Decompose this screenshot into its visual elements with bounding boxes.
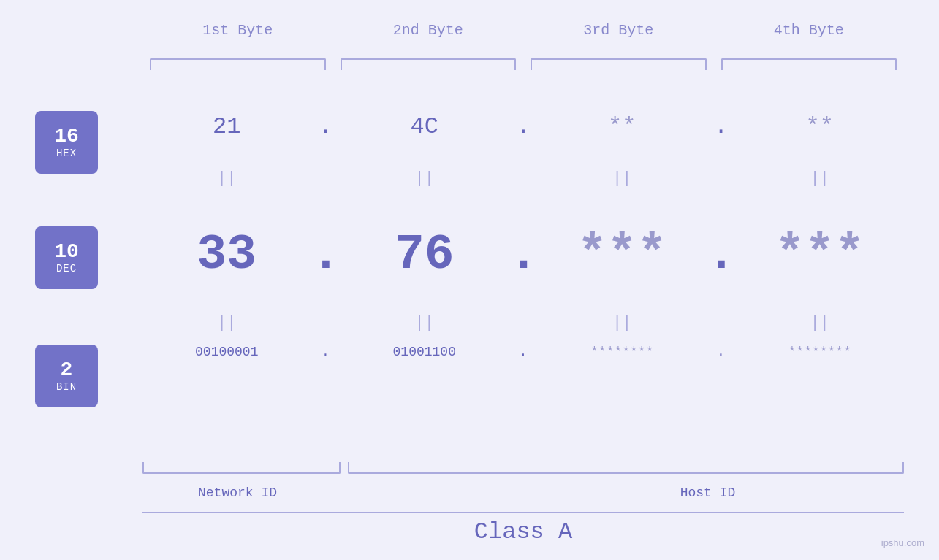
hex-dot-3: . bbox=[707, 113, 736, 140]
dec-values-row: 33 . 76 . *** . *** bbox=[142, 226, 904, 283]
hex-byte-3: ** bbox=[538, 113, 707, 140]
eq-2-byte-1: || bbox=[142, 314, 311, 332]
bin-dot-1: . bbox=[311, 345, 341, 359]
equals-row-2: || || || || bbox=[142, 314, 904, 332]
hex-dot-2: . bbox=[509, 113, 538, 140]
bin-byte-1: 00100001 bbox=[142, 345, 311, 359]
byte-header-4: 4th Byte bbox=[714, 22, 905, 39]
byte-header-1: 1st Byte bbox=[142, 22, 333, 39]
eq-2-byte-4: || bbox=[736, 314, 905, 332]
host-id-label: Host ID bbox=[512, 486, 904, 500]
bottom-bracket-host bbox=[348, 462, 905, 474]
base-hex-badge: 16 HEX bbox=[35, 111, 98, 174]
bin-dot-2: . bbox=[509, 345, 538, 359]
dec-dot-3: . bbox=[707, 226, 736, 283]
dec-byte-1: 33 bbox=[142, 226, 311, 283]
base-dec-badge: 10 DEC bbox=[35, 226, 98, 289]
base-hex-number: 16 bbox=[54, 126, 79, 148]
hex-byte-2: 4C bbox=[341, 113, 509, 140]
bottom-bracket-network bbox=[142, 462, 341, 474]
eq-1-byte-1: || bbox=[142, 169, 311, 188]
main-container: 16 HEX 10 DEC 2 BIN 1st Byte 2nd Byte 3r… bbox=[0, 0, 939, 560]
byte-header-3: 3rd Byte bbox=[523, 22, 714, 39]
class-divider-line bbox=[142, 512, 904, 513]
byte-headers-row: 1st Byte 2nd Byte 3rd Byte 4th Byte bbox=[142, 22, 904, 39]
eq-2-byte-2: || bbox=[341, 314, 509, 332]
base-dec-number: 10 bbox=[54, 241, 79, 264]
bin-dot-3: . bbox=[707, 345, 736, 359]
bottom-brackets-row bbox=[142, 462, 904, 474]
hex-byte-1: 21 bbox=[142, 113, 311, 140]
hex-values-row: 21 . 4C . ** . ** bbox=[142, 113, 904, 140]
bin-byte-2: 01001100 bbox=[341, 345, 509, 359]
base-bin-badge: 2 BIN bbox=[35, 345, 98, 407]
dec-dot-1: . bbox=[311, 226, 341, 283]
bin-byte-3: ******** bbox=[538, 345, 707, 359]
base-bin-number: 2 bbox=[61, 359, 73, 382]
top-bracket-3 bbox=[531, 58, 707, 70]
dec-byte-4: *** bbox=[736, 226, 905, 283]
dec-dot-2: . bbox=[509, 226, 538, 283]
eq-1-byte-4: || bbox=[736, 169, 905, 188]
network-id-label: Network ID bbox=[142, 486, 332, 500]
eq-2-byte-3: || bbox=[538, 314, 707, 332]
eq-1-byte-2: || bbox=[341, 169, 509, 188]
bin-byte-4: ******** bbox=[736, 345, 905, 359]
hex-byte-4: ** bbox=[736, 113, 905, 140]
bin-values-row: 00100001 . 01001100 . ******** . *******… bbox=[142, 345, 904, 359]
equals-row-1: || || || || bbox=[142, 169, 904, 188]
hex-dot-1: . bbox=[311, 113, 341, 140]
dec-byte-3: *** bbox=[538, 226, 707, 283]
eq-1-byte-3: || bbox=[538, 169, 707, 188]
class-label: Class A bbox=[142, 518, 904, 545]
base-hex-label: HEX bbox=[56, 147, 77, 159]
top-bracket-2 bbox=[341, 58, 517, 70]
top-bracket-1 bbox=[150, 58, 326, 70]
top-bracket-4 bbox=[721, 58, 897, 70]
byte-header-2: 2nd Byte bbox=[333, 22, 524, 39]
top-brackets-row bbox=[142, 58, 904, 70]
watermark: ipshu.com bbox=[881, 537, 924, 548]
dec-byte-2: 76 bbox=[341, 226, 509, 283]
base-dec-label: DEC bbox=[56, 263, 77, 275]
base-bin-label: BIN bbox=[56, 381, 77, 393]
